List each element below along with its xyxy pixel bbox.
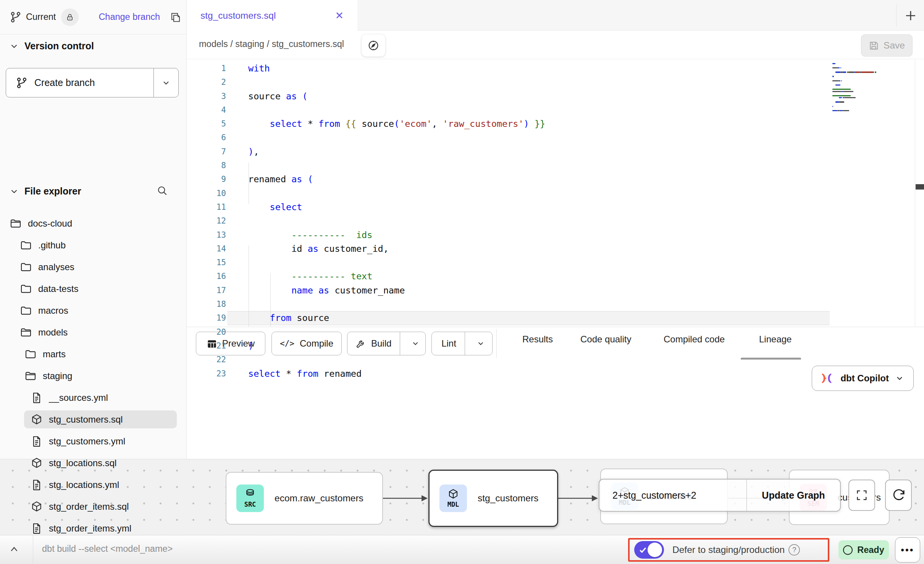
- code-line-16[interactable]: 16 ---------- text: [187, 269, 924, 283]
- code-line-21[interactable]: 21): [187, 339, 924, 353]
- line-content: [226, 159, 248, 172]
- chevron-down-icon: [10, 187, 18, 196]
- code-line-17[interactable]: 17 name as customer_name: [187, 284, 924, 297]
- line-content: [226, 186, 248, 200]
- line-content: source as (: [226, 89, 308, 103]
- tree-item-marts[interactable]: marts: [0, 343, 185, 365]
- code-line-3[interactable]: 3source as (: [187, 89, 924, 103]
- tree-item-label: marts: [43, 349, 66, 360]
- file-icon: [31, 522, 43, 535]
- code-line-6[interactable]: 6: [187, 131, 924, 144]
- save-label: Save: [884, 40, 905, 51]
- breadcrumb-row: models / staging / stg_customers.sql Sav…: [187, 31, 924, 59]
- defer-label: Defer to staging/production: [672, 545, 785, 555]
- code-line-7[interactable]: 7),: [187, 145, 924, 159]
- code-line-1[interactable]: 1with: [187, 62, 924, 75]
- line-content: id as customer_id,: [226, 242, 389, 256]
- tree-item--github[interactable]: .github: [0, 234, 185, 256]
- tree-item-label: stg_locations.yml: [49, 480, 119, 490]
- line-number: 17: [187, 284, 226, 297]
- code-line-12[interactable]: 12: [187, 214, 924, 228]
- tree-item-label: stg_customers.yml: [49, 436, 125, 447]
- lineage-node-stg-customers[interactable]: MDLstg_customers: [428, 470, 558, 527]
- lineage-selector-input[interactable]: 2+stg_customers+2: [599, 480, 747, 511]
- line-content: select * from {{ source('ecom', 'raw_cus…: [226, 117, 545, 131]
- code-line-5[interactable]: 5 select * from {{ source('ecom', 'raw_c…: [187, 117, 924, 131]
- code-line-10[interactable]: 10: [187, 186, 924, 200]
- code-line-15[interactable]: 15: [187, 256, 924, 269]
- create-branch-caret[interactable]: [154, 68, 178, 97]
- code-line-8[interactable]: 8: [187, 159, 924, 172]
- code-line-11[interactable]: 11 select: [187, 200, 924, 214]
- version-control-header[interactable]: Version control: [0, 41, 186, 52]
- update-graph-button[interactable]: Update Graph: [747, 480, 840, 511]
- tree-item-label: data-tests: [38, 284, 78, 294]
- create-branch-main[interactable]: Create branch: [6, 68, 154, 97]
- save-button[interactable]: Save: [861, 34, 913, 57]
- tree-item-label: analyses: [38, 262, 74, 272]
- tree-item-models[interactable]: models: [0, 321, 185, 343]
- tree-item-docs-cloud[interactable]: docs-cloud: [0, 212, 185, 234]
- tree-item-macros[interactable]: macros: [0, 300, 185, 321]
- editor-tabbar: stg_customers.sql ✕: [187, 0, 924, 31]
- refresh-button[interactable]: [885, 480, 912, 511]
- plus-icon: [904, 9, 918, 23]
- file-icon: [31, 435, 43, 447]
- file-explorer-header[interactable]: File explorer: [0, 186, 177, 197]
- lineage-node-ecom-raw-customers[interactable]: SRCecom.raw_customers: [226, 472, 383, 525]
- code-editor[interactable]: 1with23source as (45 select * from {{ so…: [187, 59, 924, 386]
- code-line-22[interactable]: 22: [187, 353, 924, 366]
- tree-item-label: models: [38, 327, 68, 338]
- code-line-2[interactable]: 2: [187, 75, 924, 89]
- code-line-19[interactable]: 19 from source: [187, 311, 924, 325]
- line-content: select: [226, 200, 302, 214]
- code-line-9[interactable]: 9renamed as (: [187, 172, 924, 186]
- fullscreen-button[interactable]: [848, 480, 875, 511]
- help-icon[interactable]: ?: [788, 544, 800, 556]
- more-options-button[interactable]: •••: [895, 537, 920, 562]
- status-ready-badge: Ready: [838, 540, 889, 559]
- code-line-18[interactable]: 18: [187, 297, 924, 311]
- code-line-20[interactable]: 20: [187, 325, 924, 339]
- current-branch-label: Current: [26, 12, 56, 22]
- line-number: 5: [187, 117, 226, 131]
- check-icon: [639, 546, 647, 554]
- tab-stg-customers-sql[interactable]: stg_customers.sql ✕: [187, 0, 357, 31]
- code-line-14[interactable]: 14 id as customer_id,: [187, 242, 924, 256]
- tree-item-data-tests[interactable]: data-tests: [0, 278, 185, 300]
- line-number: 1: [187, 62, 226, 75]
- tree-item-staging[interactable]: staging: [0, 365, 185, 387]
- defer-toggle[interactable]: [634, 541, 664, 559]
- line-content: [226, 131, 248, 144]
- tree-item-stg-customers-yml[interactable]: stg_customers.yml: [0, 430, 185, 452]
- folder-icon: [24, 348, 37, 360]
- model-icon: [31, 501, 43, 513]
- code-line-23[interactable]: 23select * from renamed: [187, 367, 924, 381]
- code-line-13[interactable]: 13 ---------- ids: [187, 228, 924, 242]
- search-icon[interactable]: [157, 185, 168, 196]
- code-line-4[interactable]: 4: [187, 103, 924, 117]
- toggle-knob: [648, 543, 662, 557]
- main-panel: stg_customers.sql ✕ models / staging / s…: [187, 0, 924, 535]
- tabbar-divider: [896, 4, 897, 27]
- tree-item--sources-yml[interactable]: __sources.yml: [0, 387, 185, 408]
- new-tab-button[interactable]: [902, 7, 919, 24]
- line-number: 11: [187, 200, 226, 214]
- tree-item-stg-customers-sql[interactable]: stg_customers.sql: [0, 408, 185, 430]
- command-input[interactable]: dbt build --select <model_name>: [42, 544, 173, 554]
- close-icon[interactable]: ✕: [335, 10, 344, 22]
- collapse-panel-button[interactable]: [8, 544, 20, 555]
- folder-open-icon: [20, 326, 32, 339]
- compass-icon[interactable]: [362, 34, 385, 57]
- line-content: [226, 297, 248, 311]
- line-number: 13: [187, 228, 226, 242]
- copy-branch-icon[interactable]: [170, 11, 181, 23]
- tree-item-analyses[interactable]: analyses: [0, 256, 185, 278]
- breadcrumb: models / staging / stg_customers.sql: [199, 39, 344, 49]
- change-branch-link[interactable]: Change branch: [99, 12, 160, 22]
- line-content: select * from renamed: [226, 367, 362, 381]
- lineage-canvas[interactable]: SRCecom.raw_customersMDLstg_customersMDL…: [0, 459, 924, 535]
- create-branch-button[interactable]: Create branch: [6, 68, 179, 97]
- editor-minimap[interactable]: [832, 63, 909, 112]
- editor-scrollbar-thumb[interactable]: [916, 184, 924, 190]
